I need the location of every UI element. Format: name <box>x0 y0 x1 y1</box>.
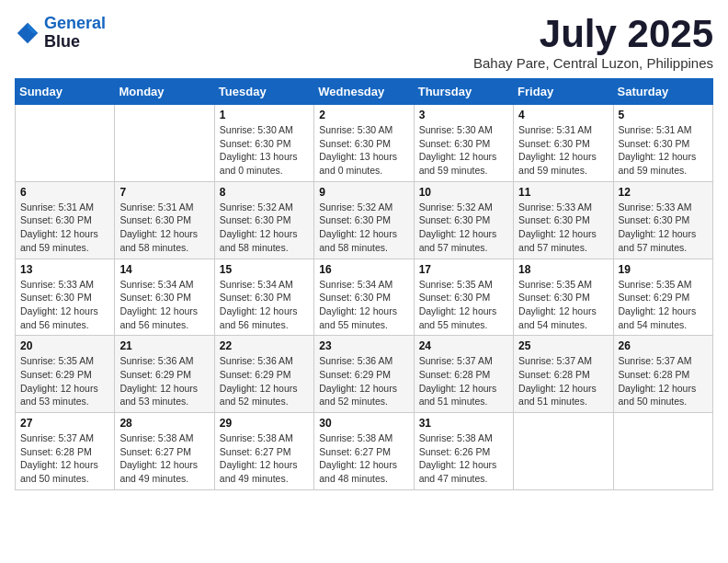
day-number: 5 <box>619 109 708 121</box>
calendar-cell: 29Sunrise: 5:38 AMSunset: 6:27 PMDayligh… <box>214 413 313 490</box>
day-number: 6 <box>20 186 109 199</box>
day-number: 29 <box>220 417 309 430</box>
day-info: Sunrise: 5:32 AMSunset: 6:30 PMDaylight:… <box>319 201 408 255</box>
calendar-cell: 27Sunrise: 5:37 AMSunset: 6:28 PMDayligh… <box>16 413 115 490</box>
day-info: Sunrise: 5:36 AMSunset: 6:29 PMDaylight:… <box>119 354 209 408</box>
day-info: Sunrise: 5:32 AMSunset: 6:30 PMDaylight:… <box>220 201 309 255</box>
page-header: General Blue July 2025 Bahay Pare, Centr… <box>15 15 713 71</box>
calendar-cell: 9Sunrise: 5:32 AMSunset: 6:30 PMDaylight… <box>314 181 414 259</box>
day-number: 22 <box>220 339 309 352</box>
calendar-cell: 6Sunrise: 5:31 AMSunset: 6:30 PMDaylight… <box>16 181 115 259</box>
calendar-cell: 31Sunrise: 5:38 AMSunset: 6:26 PMDayligh… <box>414 413 513 490</box>
day-info: Sunrise: 5:38 AMSunset: 6:27 PMDaylight:… <box>319 431 408 486</box>
calendar-cell: 23Sunrise: 5:36 AMSunset: 6:29 PMDayligh… <box>314 336 414 413</box>
calendar-cell: 1Sunrise: 5:30 AMSunset: 6:30 PMDaylight… <box>214 105 313 182</box>
day-number: 9 <box>319 186 408 199</box>
day-number: 20 <box>20 339 109 352</box>
calendar-cell: 22Sunrise: 5:36 AMSunset: 6:29 PMDayligh… <box>214 336 313 413</box>
day-info: Sunrise: 5:31 AMSunset: 6:30 PMDaylight:… <box>20 201 109 255</box>
day-number: 12 <box>619 186 708 199</box>
day-info: Sunrise: 5:37 AMSunset: 6:28 PMDaylight:… <box>518 354 608 408</box>
day-info: Sunrise: 5:33 AMSunset: 6:30 PMDaylight:… <box>518 201 608 255</box>
day-info: Sunrise: 5:30 AMSunset: 6:30 PMDaylight:… <box>419 123 508 178</box>
calendar-cell: 11Sunrise: 5:33 AMSunset: 6:30 PMDayligh… <box>514 181 613 259</box>
calendar-cell: 13Sunrise: 5:33 AMSunset: 6:30 PMDayligh… <box>16 259 115 336</box>
calendar-cell: 28Sunrise: 5:38 AMSunset: 6:27 PMDayligh… <box>115 413 214 490</box>
calendar-week-row: 1Sunrise: 5:30 AMSunset: 6:30 PMDaylight… <box>16 105 713 182</box>
column-header-saturday: Saturday <box>613 79 712 105</box>
month-title: July 2025 <box>473 15 713 53</box>
calendar-cell: 3Sunrise: 5:30 AMSunset: 6:30 PMDaylight… <box>414 105 513 182</box>
calendar-cell: 16Sunrise: 5:34 AMSunset: 6:30 PMDayligh… <box>314 259 414 336</box>
day-number: 10 <box>419 186 508 199</box>
day-info: Sunrise: 5:34 AMSunset: 6:30 PMDaylight:… <box>319 278 408 332</box>
day-number: 28 <box>119 417 209 430</box>
day-info: Sunrise: 5:30 AMSunset: 6:30 PMDaylight:… <box>319 123 408 178</box>
day-number: 27 <box>20 417 109 430</box>
calendar-cell: 21Sunrise: 5:36 AMSunset: 6:29 PMDayligh… <box>115 336 214 413</box>
calendar-cell: 4Sunrise: 5:31 AMSunset: 6:30 PMDaylight… <box>514 105 613 182</box>
logo-text: General Blue <box>44 15 106 52</box>
day-number: 11 <box>518 186 608 199</box>
calendar-header-row: SundayMondayTuesdayWednesdayThursdayFrid… <box>16 79 713 105</box>
day-info: Sunrise: 5:32 AMSunset: 6:30 PMDaylight:… <box>419 201 508 255</box>
day-number: 7 <box>119 186 209 199</box>
day-number: 30 <box>319 417 408 430</box>
day-info: Sunrise: 5:36 AMSunset: 6:29 PMDaylight:… <box>319 354 408 408</box>
calendar-cell: 10Sunrise: 5:32 AMSunset: 6:30 PMDayligh… <box>414 181 513 259</box>
calendar-cell: 17Sunrise: 5:35 AMSunset: 6:30 PMDayligh… <box>414 259 513 336</box>
day-number: 14 <box>119 263 209 276</box>
day-info: Sunrise: 5:33 AMSunset: 6:30 PMDaylight:… <box>619 201 708 255</box>
day-number: 26 <box>619 339 708 352</box>
day-info: Sunrise: 5:37 AMSunset: 6:28 PMDaylight:… <box>419 354 508 408</box>
calendar-cell <box>514 413 613 490</box>
calendar-week-row: 13Sunrise: 5:33 AMSunset: 6:30 PMDayligh… <box>16 259 713 336</box>
day-number: 21 <box>119 339 209 352</box>
day-info: Sunrise: 5:35 AMSunset: 6:30 PMDaylight:… <box>419 278 508 332</box>
day-number: 4 <box>518 109 608 121</box>
day-number: 8 <box>220 186 309 199</box>
day-number: 25 <box>518 339 608 352</box>
day-info: Sunrise: 5:34 AMSunset: 6:30 PMDaylight:… <box>119 278 209 332</box>
day-info: Sunrise: 5:31 AMSunset: 6:30 PMDaylight:… <box>119 201 209 255</box>
calendar-cell: 14Sunrise: 5:34 AMSunset: 6:30 PMDayligh… <box>115 259 214 336</box>
column-header-thursday: Thursday <box>414 79 513 105</box>
calendar-cell: 7Sunrise: 5:31 AMSunset: 6:30 PMDaylight… <box>115 181 214 259</box>
location-subtitle: Bahay Pare, Central Luzon, Philippines <box>473 55 713 71</box>
day-info: Sunrise: 5:35 AMSunset: 6:29 PMDaylight:… <box>619 278 708 332</box>
calendar-week-row: 27Sunrise: 5:37 AMSunset: 6:28 PMDayligh… <box>16 413 713 490</box>
day-number: 19 <box>619 263 708 276</box>
day-number: 18 <box>518 263 608 276</box>
column-header-tuesday: Tuesday <box>214 79 313 105</box>
calendar-cell <box>115 105 214 182</box>
day-number: 15 <box>220 263 309 276</box>
calendar-table: SundayMondayTuesdayWednesdayThursdayFrid… <box>15 78 713 490</box>
calendar-cell: 18Sunrise: 5:35 AMSunset: 6:30 PMDayligh… <box>514 259 613 336</box>
day-number: 16 <box>319 263 408 276</box>
column-header-monday: Monday <box>115 79 214 105</box>
calendar-cell: 20Sunrise: 5:35 AMSunset: 6:29 PMDayligh… <box>16 336 115 413</box>
day-info: Sunrise: 5:31 AMSunset: 6:30 PMDaylight:… <box>619 123 708 178</box>
calendar-cell: 15Sunrise: 5:34 AMSunset: 6:30 PMDayligh… <box>214 259 313 336</box>
calendar-cell: 2Sunrise: 5:30 AMSunset: 6:30 PMDaylight… <box>314 105 414 182</box>
calendar-week-row: 20Sunrise: 5:35 AMSunset: 6:29 PMDayligh… <box>16 336 713 413</box>
day-info: Sunrise: 5:38 AMSunset: 6:26 PMDaylight:… <box>419 431 508 486</box>
calendar-cell: 8Sunrise: 5:32 AMSunset: 6:30 PMDaylight… <box>214 181 313 259</box>
day-number: 13 <box>20 263 109 276</box>
day-number: 2 <box>319 109 408 121</box>
title-block: July 2025 Bahay Pare, Central Luzon, Phi… <box>473 15 713 71</box>
day-info: Sunrise: 5:31 AMSunset: 6:30 PMDaylight:… <box>518 123 608 178</box>
day-number: 24 <box>419 339 508 352</box>
calendar-cell <box>16 105 115 182</box>
calendar-cell <box>613 413 712 490</box>
day-number: 31 <box>419 417 508 430</box>
day-number: 3 <box>419 109 508 121</box>
day-info: Sunrise: 5:38 AMSunset: 6:27 PMDaylight:… <box>119 431 209 486</box>
calendar-cell: 26Sunrise: 5:37 AMSunset: 6:28 PMDayligh… <box>613 336 712 413</box>
day-number: 23 <box>319 339 408 352</box>
calendar-cell: 24Sunrise: 5:37 AMSunset: 6:28 PMDayligh… <box>414 336 513 413</box>
day-info: Sunrise: 5:36 AMSunset: 6:29 PMDaylight:… <box>220 354 309 408</box>
calendar-cell: 12Sunrise: 5:33 AMSunset: 6:30 PMDayligh… <box>613 181 712 259</box>
day-info: Sunrise: 5:33 AMSunset: 6:30 PMDaylight:… <box>20 278 109 332</box>
day-info: Sunrise: 5:35 AMSunset: 6:30 PMDaylight:… <box>518 278 608 332</box>
